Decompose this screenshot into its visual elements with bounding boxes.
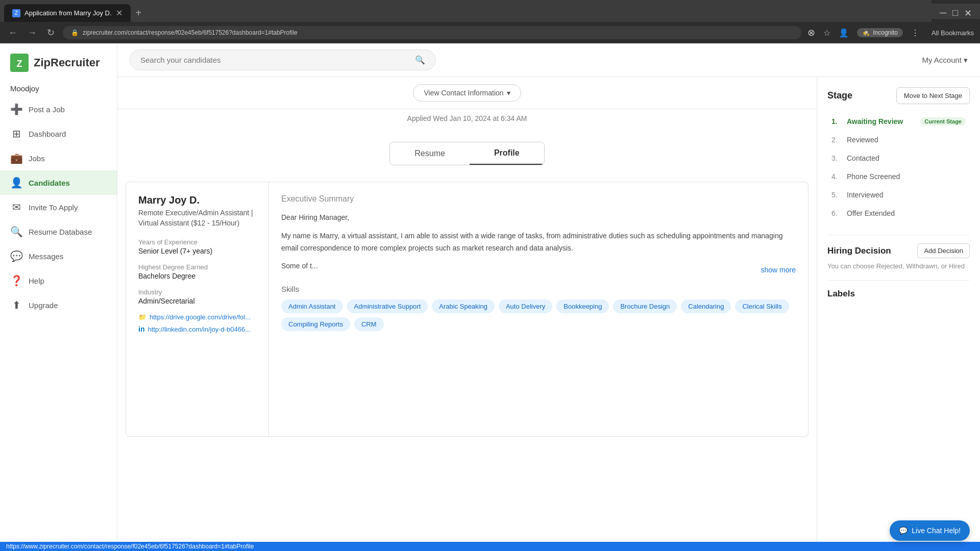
view-contact-button[interactable]: View Contact Information ▾ (413, 84, 521, 102)
jobs-icon: 💼 (10, 152, 22, 164)
sidebar-item-label: Upgrade (29, 301, 58, 310)
move-to-next-stage-button[interactable]: Move to Next Stage (896, 87, 970, 104)
labels-title: Labels (827, 289, 970, 299)
browser-tab[interactable]: Z Application from Marry Joy D. ✕ (4, 4, 131, 22)
reload-button[interactable]: ↻ (45, 25, 57, 40)
tab-title: Application from Marry Joy D. (24, 9, 112, 17)
degree-value: Bachelors Degree (138, 272, 256, 280)
close-button[interactable]: ✕ (964, 8, 972, 19)
stage-number: 6. (831, 209, 842, 217)
incognito-badge: 🕵 Incognito (857, 28, 903, 37)
profile-left: Marry Joy D. Remote Executive/Admin Assi… (126, 182, 269, 436)
status-bar: https://www.ziprecruiter.com/contact/res… (0, 542, 980, 551)
maximize-button[interactable]: □ (952, 8, 958, 18)
center-panel: View Contact Information ▾ Applied Wed J… (117, 77, 817, 542)
sidebar-item-candidates[interactable]: 👤 Candidates (0, 170, 117, 195)
resume-db-icon: 🔍 (10, 226, 22, 238)
stage-label: Reviewed (847, 136, 878, 144)
sidebar-item-jobs[interactable]: 💼 Jobs (0, 146, 117, 170)
linkedin-icon: in (138, 325, 144, 333)
exec-summary-title: Executive Summary (281, 194, 796, 204)
sidebar-item-help[interactable]: ❓ Help (0, 268, 117, 293)
stage-list-item[interactable]: 3. Contacted (827, 149, 970, 167)
degree-section: Highest Degree Earned Bachelors Degree (138, 263, 256, 280)
url-text: ziprecruiter.com/contact/response/f02e45… (83, 29, 298, 36)
sidebar-item-invite-to-apply[interactable]: ✉ Invite To Apply (0, 195, 117, 219)
skill-tag: Admin Assistant (281, 299, 343, 313)
svg-text:Z: Z (17, 59, 22, 69)
profile-icon[interactable]: 👤 (839, 28, 849, 38)
tab-resume[interactable]: Resume (390, 142, 470, 165)
skill-tag: Administrative Support (347, 299, 428, 313)
add-decision-button[interactable]: Add Decision (917, 243, 970, 258)
minimize-button[interactable]: ─ (940, 8, 946, 18)
live-chat-button[interactable]: 💬 Live Chat Help! (890, 520, 970, 541)
sidebar-nav: ➕ Post a Job ⊞ Dashboard 💼 Jobs 👤 Candid… (0, 97, 117, 532)
header: 🔍 My Account ▾ (117, 43, 980, 77)
back-button[interactable]: ← (6, 26, 19, 40)
show-more-link[interactable]: show more (761, 264, 796, 277)
stage-list: 1. Awaiting Review Current Stage2. Revie… (827, 112, 970, 222)
stage-list-item[interactable]: 4. Phone Screened (827, 167, 970, 186)
divider (827, 235, 970, 235)
chat-icon: 💬 (899, 527, 908, 535)
stage-title: Stage (827, 90, 852, 101)
profile-content: Marry Joy D. Remote Executive/Admin Assi… (126, 182, 808, 437)
stage-label: Phone Screened (847, 172, 900, 181)
current-stage-badge: Current Stage (920, 117, 966, 126)
profile-right: Executive Summary Dear Hiring Manager, M… (269, 182, 808, 436)
sidebar-item-messages[interactable]: 💬 Messages (0, 244, 117, 268)
drive-link[interactable]: 📁 https://drive.google.com/drive/fol... (138, 313, 256, 321)
stage-list-item[interactable]: 6. Offer Extended (827, 204, 970, 222)
logo-text: ZipRecruiter (34, 56, 100, 69)
candidate-name: Marry Joy D. (138, 194, 256, 206)
skill-tag: Bookkeeping (556, 299, 609, 313)
lock-icon: 🔒 (71, 29, 79, 36)
stage-list-item[interactable]: 5. Interviewed (827, 186, 970, 204)
cast-icon[interactable]: ⊗ (807, 27, 815, 38)
stage-header: Stage Move to Next Stage (827, 87, 970, 104)
hiring-description: You can choose Rejected, Withdrawn, or H… (827, 262, 970, 270)
search-bar[interactable]: 🔍 (130, 49, 436, 70)
sidebar-item-post-job[interactable]: ➕ Post a Job (0, 97, 117, 121)
stage-label: Awaiting Review (847, 117, 903, 126)
stage-list-item[interactable]: 1. Awaiting Review Current Stage (827, 112, 970, 131)
bookmark-icon[interactable]: ☆ (823, 28, 830, 38)
summary-truncated: Some of t... show more (281, 260, 796, 272)
menu-icon[interactable]: ⋮ (911, 28, 919, 38)
candidate-title: Remote Executive/Admin Assistant | Virtu… (138, 208, 256, 228)
help-icon: ❓ (10, 274, 22, 287)
tab-close-button[interactable]: ✕ (116, 8, 122, 18)
sidebar: Z ZipRecruiter Moodjoy ➕ Post a Job ⊞ Da… (0, 43, 117, 542)
sidebar-item-label: Jobs (29, 154, 45, 163)
skills-section: Skills Admin AssistantAdministrative Sup… (281, 285, 796, 331)
right-panel: Stage Move to Next Stage 1. Awaiting Rev… (817, 77, 980, 542)
skill-tag: Clerical Skills (735, 299, 789, 313)
drive-icon: 📁 (138, 313, 146, 321)
stage-list-item[interactable]: 2. Reviewed (827, 131, 970, 149)
skill-tag: Arabic Speaking (432, 299, 495, 313)
logo: Z ZipRecruiter (0, 54, 117, 84)
new-tab-button[interactable]: + (132, 5, 146, 21)
search-input[interactable] (140, 56, 411, 64)
invite-icon: ✉ (10, 201, 22, 213)
skill-tag: Brochure Design (613, 299, 677, 313)
tab-profile[interactable]: Profile (470, 142, 544, 165)
forward-button[interactable]: → (26, 26, 39, 40)
skills-title: Skills (281, 285, 796, 293)
my-account-button[interactable]: My Account ▾ (922, 56, 968, 65)
exec-summary-greeting: Dear Hiring Manager, My name is Marry, a… (281, 212, 796, 272)
industry-section: Industry Admin/Secretarial (138, 288, 256, 305)
sidebar-item-label: Messages (29, 252, 63, 261)
sidebar-item-upgrade[interactable]: ⬆ Upgrade (0, 293, 117, 317)
profile-tabs: Resume Profile (389, 142, 544, 165)
sidebar-item-label: Invite To Apply (29, 203, 78, 212)
address-bar[interactable]: 🔒 ziprecruiter.com/contact/response/f02e… (63, 26, 801, 39)
tab-favicon: Z (12, 9, 20, 17)
sidebar-item-resume-database[interactable]: 🔍 Resume Database (0, 219, 117, 244)
experience-label: Years of Experience (138, 238, 256, 246)
stage-label: Contacted (847, 154, 879, 162)
linkedin-link[interactable]: in http://linkedin.com/in/joy-d-b0466... (138, 325, 256, 333)
sidebar-item-dashboard[interactable]: ⊞ Dashboard (0, 121, 117, 146)
sidebar-item-label: Resume Database (29, 228, 92, 236)
